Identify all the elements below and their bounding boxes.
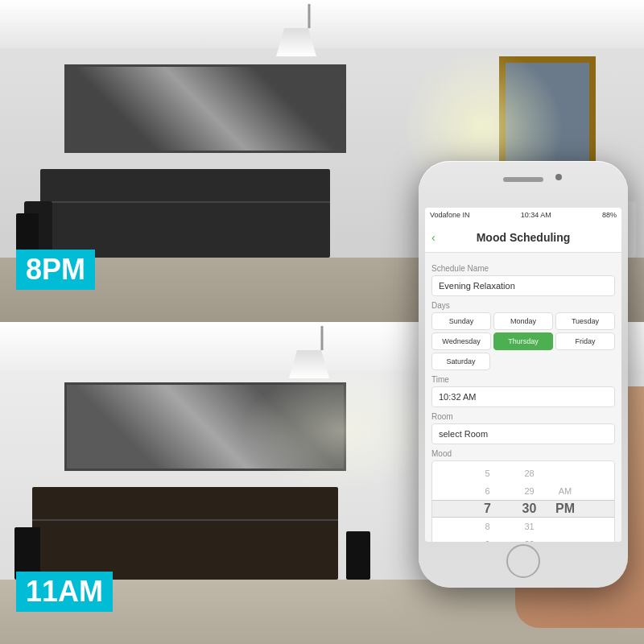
battery: 88% (602, 211, 617, 219)
hour-9: 9 (468, 535, 508, 542)
phone-screen: Vodafone IN 10:34 AM 88% ‹ Mood Scheduli… (425, 208, 621, 542)
window-top (499, 56, 596, 177)
phone-speaker (503, 177, 543, 182)
schedule-name-input[interactable]: Evening Relaxation (431, 275, 615, 296)
shelf-bottom (32, 519, 338, 521)
hour-6: 6 (468, 482, 508, 500)
picker-highlight (432, 500, 614, 518)
min-31: 31 (510, 518, 550, 535)
day-wednesday[interactable]: Wednesday (431, 332, 491, 350)
min-29: 29 (510, 482, 550, 500)
painting-art-bottom (67, 385, 344, 469)
time-label-8pm: 8PM (16, 250, 95, 290)
schedule-name-label: Schedule Name (431, 264, 615, 273)
app-content: Schedule Name Evening Relaxation Days Su… (425, 253, 621, 542)
period-am: AM (551, 482, 580, 500)
day-saturday[interactable]: Saturday (431, 353, 490, 370)
lamp-cord-bottom (321, 326, 324, 350)
time-display: 10:34 AM (521, 211, 551, 219)
time-label-11am: 11AM (16, 572, 113, 612)
lamp-cord-top (308, 4, 311, 28)
time-picker: 5 6 7 8 9 28 29 30 31 (431, 460, 615, 542)
app-header: ‹ Mood Scheduling (425, 222, 621, 253)
day-thursday[interactable]: Thursday (493, 332, 553, 350)
painting-art-top (67, 67, 344, 151)
period-empty1 (551, 464, 580, 482)
phone-shell: Vodafone IN 10:34 AM 88% ‹ Mood Scheduli… (419, 161, 628, 588)
day-friday[interactable]: Friday (555, 332, 615, 350)
room-label: Room (431, 412, 615, 421)
day-tuesday[interactable]: Tuesday (555, 312, 615, 330)
day-monday[interactable]: Monday (493, 312, 553, 330)
room-select[interactable]: select Room (431, 423, 615, 444)
painting-top (64, 64, 346, 153)
shelf-top (40, 201, 330, 203)
speaker-right-bottom (346, 531, 370, 580)
hour-5: 5 (468, 464, 508, 482)
days-grid: Sunday Monday Tuesday Wednesday Thursday… (431, 312, 615, 350)
painting-bottom (64, 382, 346, 471)
phone: Vodafone IN 10:34 AM 88% ‹ Mood Scheduli… (419, 161, 644, 612)
hour-8: 8 (468, 518, 508, 535)
carrier: Vodafone IN (430, 211, 470, 219)
days-label: Days (431, 301, 615, 310)
min-28: 28 (510, 464, 550, 482)
background: 8PM 11AM Vodafone IN 10:34 AM 88% ‹ (0, 0, 644, 644)
time-label: Time (431, 375, 615, 384)
phone-camera (555, 174, 562, 180)
back-button[interactable]: ‹ (425, 231, 442, 244)
cabinet-bottom (32, 487, 338, 580)
app-title: Mood Scheduling (477, 231, 571, 244)
ceiling-top (0, 0, 644, 48)
time-input[interactable]: 10:32 AM (431, 386, 615, 407)
period-empty3 (551, 535, 580, 542)
cabinet-top (40, 169, 330, 258)
day-sunday[interactable]: Sunday (431, 312, 491, 330)
period-empty2 (551, 518, 580, 535)
home-button[interactable] (506, 544, 540, 578)
status-bar: Vodafone IN 10:34 AM 88% (425, 208, 621, 222)
saturday-row: Saturday (431, 353, 615, 370)
min-32: 32 (510, 535, 550, 542)
mood-label: Mood (431, 449, 615, 458)
